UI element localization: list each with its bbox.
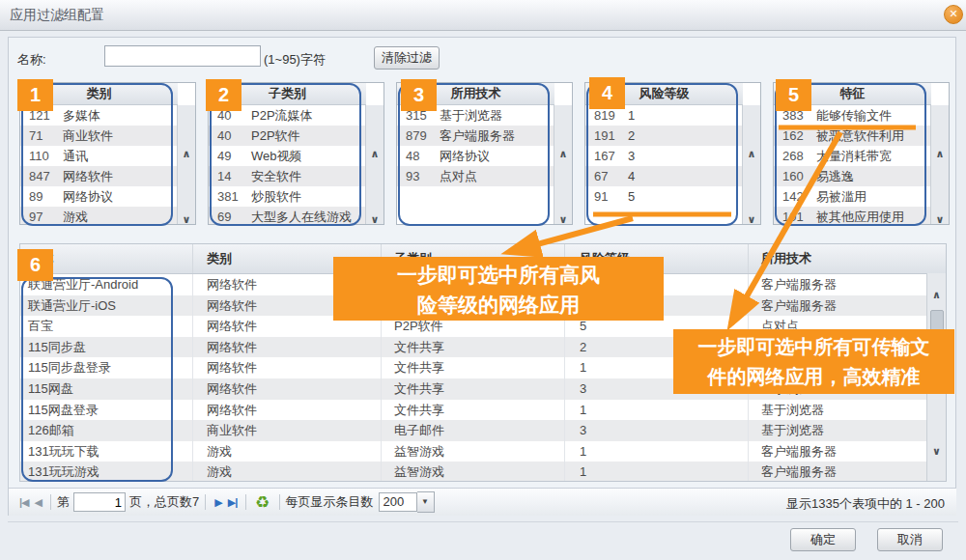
list-option[interactable]: 1912 bbox=[585, 126, 743, 146]
scroll-up-icon[interactable]: ∧ bbox=[931, 148, 949, 160]
ok-button[interactable]: 确定 bbox=[790, 528, 856, 551]
scroll-down-icon[interactable]: ∨ bbox=[743, 213, 760, 225]
table-row[interactable]: 115网盘登录网络软件文件共享1基于浏览器 bbox=[20, 400, 946, 421]
step-badge-2: 2 bbox=[206, 79, 242, 111]
option-count: 71 bbox=[20, 126, 63, 146]
list-option[interactable]: 1673 bbox=[585, 146, 743, 166]
step-badge-3: 3 bbox=[401, 79, 437, 111]
clear-filter-button[interactable]: 清除过滤 bbox=[374, 46, 440, 70]
list-option[interactable]: 847网络软件 bbox=[20, 166, 178, 186]
option-count: 49 bbox=[209, 146, 251, 166]
table-cell: 131玩玩游戏 bbox=[20, 462, 193, 482]
list-option[interactable]: 40P2P软件 bbox=[209, 126, 366, 146]
list-option[interactable]: 89网络协议 bbox=[20, 186, 178, 207]
table-row[interactable]: 126邮箱商业软件电子邮件3基于浏览器 bbox=[20, 420, 946, 441]
scroll-up-icon[interactable]: ∧ bbox=[178, 148, 195, 160]
scrollbar[interactable]: ∧ ∨ bbox=[742, 105, 760, 224]
scroll-down-icon[interactable]: ∨ bbox=[931, 213, 949, 225]
list-option[interactable]: 381炒股软件 bbox=[209, 186, 366, 207]
scroll-down-icon[interactable]: ∨ bbox=[178, 213, 195, 225]
option-label: 多媒体 bbox=[63, 105, 178, 126]
table-cell: 游戏 bbox=[193, 462, 382, 482]
table-row[interactable]: 131玩玩下载游戏益智游戏1客户端服务器 bbox=[20, 441, 946, 462]
option-label: 4 bbox=[628, 166, 743, 186]
column-header-technology[interactable]: 所用技术 bbox=[749, 244, 927, 273]
option-label: 易逃逸 bbox=[816, 166, 931, 186]
list-option[interactable]: 48网络协议 bbox=[397, 146, 554, 166]
callout-line: 件的网络应用，高效精准 bbox=[673, 362, 954, 392]
list-option[interactable]: 49Web视频 bbox=[209, 146, 366, 166]
list-option[interactable]: 110通讯 bbox=[20, 146, 178, 166]
separator bbox=[279, 494, 280, 510]
callout-feature-selection: 一步即可选中所有可传输文 件的网络应用，高效精准 bbox=[673, 329, 954, 394]
option-label: 游戏 bbox=[63, 207, 178, 224]
scroll-up-icon[interactable]: ∧ bbox=[554, 148, 572, 160]
table-cell: 1 bbox=[565, 441, 749, 462]
page-prefix-label: 第 bbox=[57, 493, 70, 511]
table-cell: 115同步盘 bbox=[20, 337, 193, 358]
scrollbar[interactable]: ∧ ∨ bbox=[930, 105, 949, 224]
list-option[interactable]: 879客户端服务器 bbox=[397, 126, 554, 146]
list-option[interactable]: 71商业软件 bbox=[20, 126, 178, 146]
page-number-input[interactable] bbox=[73, 492, 126, 512]
option-count: 40 bbox=[209, 126, 251, 146]
per-page-select[interactable]: 200 bbox=[379, 492, 417, 512]
scrollbar[interactable]: ∧ ∨ bbox=[365, 105, 384, 224]
option-count: 67 bbox=[585, 166, 628, 186]
scroll-down-icon[interactable]: ∨ bbox=[927, 445, 946, 458]
last-page-icon[interactable]: ▶| bbox=[225, 496, 241, 509]
page-total-label: 页，总页数7 bbox=[129, 493, 199, 511]
refresh-icon[interactable]: ♻ bbox=[252, 494, 272, 511]
option-count: 69 bbox=[209, 207, 251, 224]
option-label: 大型多人在线游戏 bbox=[251, 207, 366, 224]
prev-page-icon[interactable]: ◀ bbox=[32, 496, 44, 509]
option-label: 1 bbox=[628, 105, 743, 126]
scrollbar[interactable]: ∧ ∨ bbox=[177, 105, 195, 224]
scroll-down-icon[interactable]: ∨ bbox=[554, 213, 572, 225]
list-option[interactable]: 268大量消耗带宽 bbox=[774, 146, 931, 166]
list-option[interactable]: 142易被滥用 bbox=[774, 186, 931, 207]
table-cell: 文件共享 bbox=[382, 357, 565, 378]
list-option[interactable]: 162被恶意软件利用 bbox=[774, 126, 931, 146]
listbox-rows: 315基于浏览器879客户端服务器48网络协议93点对点 bbox=[397, 105, 554, 224]
table-cell: 电子邮件 bbox=[382, 420, 565, 441]
first-page-icon[interactable]: |◀ bbox=[16, 496, 32, 509]
list-option[interactable]: 101被其他应用使用 bbox=[774, 207, 931, 224]
option-label: P2P软件 bbox=[251, 126, 366, 146]
name-input[interactable] bbox=[104, 45, 261, 67]
option-count: 191 bbox=[585, 126, 628, 146]
listbox-rows: 40P2P流媒体40P2P软件49Web视频14安全软件381炒股软件69大型多… bbox=[209, 105, 366, 224]
scroll-down-icon[interactable]: ∨ bbox=[366, 213, 384, 225]
option-count: 381 bbox=[209, 186, 251, 207]
list-option[interactable]: 915 bbox=[585, 186, 743, 207]
table-cell: 网络软件 bbox=[193, 378, 382, 400]
table-cell: 1 bbox=[565, 462, 749, 482]
list-option[interactable]: 93点对点 bbox=[397, 166, 554, 186]
list-option[interactable]: 160易逃逸 bbox=[774, 166, 931, 186]
option-count: 160 bbox=[774, 166, 816, 186]
list-option[interactable]: 14安全软件 bbox=[209, 166, 366, 186]
option-count: 162 bbox=[774, 126, 816, 146]
listbox-rows: 819119121673674915 bbox=[585, 105, 743, 224]
list-option[interactable]: 674 bbox=[585, 166, 743, 186]
option-label: P2P流媒体 bbox=[251, 105, 366, 126]
dialog-titlebar: 应用过滤组配置 ✕ bbox=[0, 0, 966, 31]
table-cell: 网络软件 bbox=[193, 337, 382, 358]
scroll-up-icon[interactable]: ∧ bbox=[927, 289, 946, 301]
option-count: 110 bbox=[20, 146, 63, 166]
list-option[interactable]: 69大型多人在线游戏 bbox=[209, 207, 366, 224]
scrollbar[interactable]: ∧ ∨ bbox=[554, 105, 572, 224]
chevron-down-icon[interactable]: ▼ bbox=[417, 491, 435, 513]
cancel-button[interactable]: 取消 bbox=[877, 528, 943, 551]
table-cell: 文件共享 bbox=[382, 400, 565, 421]
scroll-up-icon[interactable]: ∧ bbox=[366, 148, 384, 160]
callout-risk-selection: 一步即可选中所有高风 险等级的网络应用 bbox=[333, 257, 664, 321]
option-label: 能够传输文件 bbox=[816, 105, 931, 126]
close-icon[interactable]: ✕ bbox=[944, 5, 963, 24]
option-label: 易被滥用 bbox=[816, 186, 931, 207]
table-row[interactable]: 131玩玩游戏游戏益智游戏1客户端服务器 bbox=[20, 462, 946, 482]
scroll-up-icon[interactable]: ∧ bbox=[743, 148, 760, 160]
next-page-icon[interactable]: ▶ bbox=[212, 496, 224, 509]
list-option[interactable]: 97游戏 bbox=[20, 207, 178, 224]
table-cell: 客户端服务器 bbox=[749, 295, 927, 317]
